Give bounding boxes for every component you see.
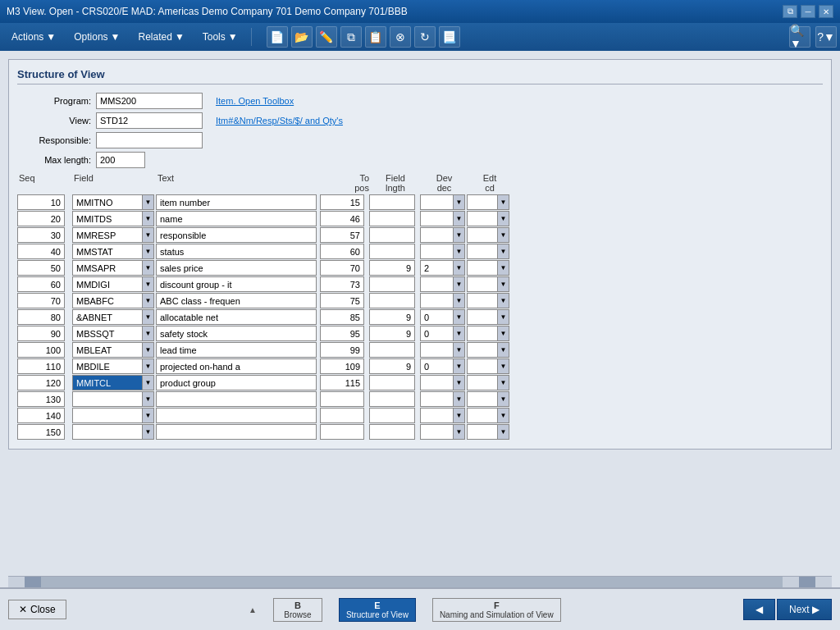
text-input[interactable] bbox=[156, 194, 317, 210]
edtcd-input[interactable] bbox=[467, 358, 498, 374]
field-dropdown-icon[interactable]: ▼ bbox=[143, 408, 154, 423]
field-dropdown-icon[interactable]: ▼ bbox=[143, 375, 154, 390]
edtcd-input[interactable] bbox=[467, 211, 498, 226]
fieldlen-input[interactable] bbox=[369, 260, 415, 276]
field-input[interactable] bbox=[72, 194, 143, 210]
document-icon[interactable]: 📃 bbox=[439, 26, 460, 48]
edtcd-dropdown-icon[interactable]: ▼ bbox=[498, 391, 509, 407]
stop-icon[interactable]: ⊗ bbox=[390, 26, 411, 48]
structure-tab[interactable]: E Structure of View bbox=[339, 598, 416, 622]
fieldlen-input[interactable] bbox=[369, 293, 415, 308]
devdec-input[interactable] bbox=[420, 375, 454, 390]
edtcd-input[interactable] bbox=[467, 276, 498, 292]
naming-tab[interactable]: F Naming and Simulation of View bbox=[432, 598, 561, 622]
fieldlen-input[interactable] bbox=[369, 227, 415, 243]
devdec-dropdown-icon[interactable]: ▼ bbox=[454, 391, 465, 407]
seq-input[interactable] bbox=[17, 211, 65, 226]
devdec-dropdown-icon[interactable]: ▼ bbox=[454, 309, 465, 325]
devdec-input[interactable] bbox=[420, 309, 454, 325]
fieldlen-input[interactable] bbox=[369, 244, 415, 259]
field-input[interactable] bbox=[72, 391, 143, 407]
field-dropdown-icon[interactable]: ▼ bbox=[143, 211, 154, 226]
edtcd-dropdown-icon[interactable]: ▼ bbox=[498, 375, 509, 390]
back-button[interactable]: ◀ bbox=[743, 599, 775, 620]
seq-input[interactable] bbox=[17, 424, 65, 440]
devdec-dropdown-icon[interactable]: ▼ bbox=[454, 276, 465, 292]
tools-menu[interactable]: Tools ▼ bbox=[194, 28, 246, 46]
help-icon[interactable]: ?▼ bbox=[815, 26, 837, 48]
edtcd-input[interactable] bbox=[467, 408, 498, 423]
seq-input[interactable] bbox=[17, 227, 65, 243]
close-button[interactable]: ✕ Close bbox=[8, 600, 66, 619]
field-dropdown-icon[interactable]: ▼ bbox=[143, 326, 154, 341]
field-input[interactable] bbox=[72, 375, 143, 390]
fieldlen-input[interactable] bbox=[369, 375, 415, 390]
fieldlen-input[interactable] bbox=[369, 276, 415, 292]
copy-icon[interactable]: ⧉ bbox=[340, 26, 362, 48]
text-input[interactable] bbox=[156, 244, 317, 259]
paste-icon[interactable]: 📋 bbox=[365, 26, 386, 48]
fieldlen-input[interactable] bbox=[369, 326, 415, 341]
next-button[interactable]: Next ▶ bbox=[777, 599, 832, 620]
text-input[interactable] bbox=[156, 375, 317, 390]
topos-input[interactable] bbox=[320, 424, 364, 440]
fieldlen-input[interactable] bbox=[369, 194, 415, 210]
devdec-dropdown-icon[interactable]: ▼ bbox=[454, 260, 465, 276]
text-input[interactable] bbox=[156, 326, 317, 341]
field-dropdown-icon[interactable]: ▼ bbox=[143, 227, 154, 243]
text-input[interactable] bbox=[156, 293, 317, 308]
devdec-input[interactable] bbox=[420, 227, 454, 243]
seq-input[interactable] bbox=[17, 309, 65, 325]
text-input[interactable] bbox=[156, 358, 317, 374]
field-input[interactable] bbox=[72, 244, 143, 259]
field-dropdown-icon[interactable]: ▼ bbox=[143, 194, 154, 210]
devdec-dropdown-icon[interactable]: ▼ bbox=[454, 244, 465, 259]
seq-input[interactable] bbox=[17, 408, 65, 423]
seq-input[interactable] bbox=[17, 391, 65, 407]
devdec-input[interactable] bbox=[420, 342, 454, 358]
field-input[interactable] bbox=[72, 326, 143, 341]
topos-input[interactable] bbox=[320, 293, 364, 308]
topos-input[interactable] bbox=[320, 391, 364, 407]
new-icon[interactable]: 📄 bbox=[267, 26, 288, 48]
seq-input[interactable] bbox=[17, 194, 65, 210]
edtcd-input[interactable] bbox=[467, 326, 498, 341]
devdec-input[interactable] bbox=[420, 391, 454, 407]
edtcd-dropdown-icon[interactable]: ▼ bbox=[498, 276, 509, 292]
edtcd-dropdown-icon[interactable]: ▼ bbox=[498, 194, 509, 210]
program-link[interactable]: Item. Open Toolbox bbox=[216, 96, 823, 106]
fieldlen-input[interactable] bbox=[369, 424, 415, 440]
seq-input[interactable] bbox=[17, 358, 65, 374]
fieldlen-input[interactable] bbox=[369, 391, 415, 407]
edtcd-dropdown-icon[interactable]: ▼ bbox=[498, 424, 509, 440]
field-dropdown-icon[interactable]: ▼ bbox=[143, 342, 154, 358]
edtcd-dropdown-icon[interactable]: ▼ bbox=[498, 244, 509, 259]
responsible-input[interactable] bbox=[96, 132, 203, 148]
field-input[interactable] bbox=[72, 358, 143, 374]
devdec-input[interactable] bbox=[420, 211, 454, 226]
fieldlen-input[interactable] bbox=[369, 309, 415, 325]
edtcd-dropdown-icon[interactable]: ▼ bbox=[498, 293, 509, 308]
zoom-icon[interactable]: 🔍▼ bbox=[789, 26, 810, 48]
view-link[interactable]: Itm#&Nm/Resp/Sts/$/ and Qty's bbox=[216, 116, 823, 126]
text-input[interactable] bbox=[156, 408, 317, 423]
devdec-dropdown-icon[interactable]: ▼ bbox=[454, 194, 465, 210]
edtcd-dropdown-icon[interactable]: ▼ bbox=[498, 342, 509, 358]
seq-input[interactable] bbox=[17, 375, 65, 390]
browse-tab[interactable]: B Browse bbox=[273, 598, 322, 622]
fieldlen-input[interactable] bbox=[369, 342, 415, 358]
edtcd-dropdown-icon[interactable]: ▼ bbox=[498, 408, 509, 423]
field-input[interactable] bbox=[72, 424, 143, 440]
devdec-input[interactable] bbox=[420, 408, 454, 423]
edtcd-input[interactable] bbox=[467, 194, 498, 210]
minimize-button[interactable]: ─ bbox=[801, 5, 815, 18]
edtcd-input[interactable] bbox=[467, 375, 498, 390]
field-dropdown-icon[interactable]: ▼ bbox=[143, 424, 154, 440]
open-icon[interactable]: 📂 bbox=[291, 26, 313, 48]
text-input[interactable] bbox=[156, 211, 317, 226]
field-dropdown-icon[interactable]: ▼ bbox=[143, 358, 154, 374]
topos-input[interactable] bbox=[320, 358, 364, 374]
devdec-input[interactable] bbox=[420, 358, 454, 374]
topos-input[interactable] bbox=[320, 326, 364, 341]
text-input[interactable] bbox=[156, 309, 317, 325]
